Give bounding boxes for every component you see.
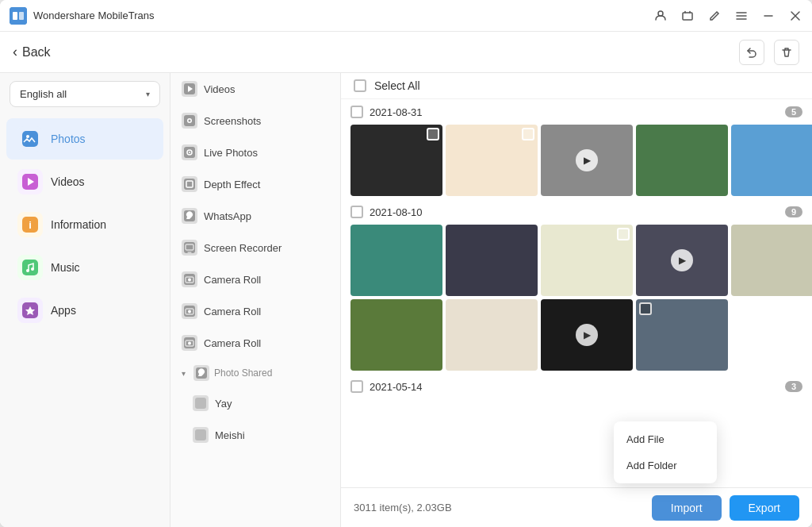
sub-item-whatsapp[interactable]: WhatsApp <box>170 200 340 232</box>
select-all-text: Select All <box>374 79 420 92</box>
photo-thumb[interactable] <box>446 225 538 296</box>
date-checkbox-2[interactable] <box>350 206 363 218</box>
photo-thumb[interactable] <box>731 225 812 296</box>
close-icon[interactable] <box>788 9 802 23</box>
sidebar-item-videos[interactable]: Videos <box>6 161 163 202</box>
sub-item-live-photos[interactable]: Live Photos <box>170 137 340 168</box>
date-checkbox-1[interactable] <box>350 106 363 118</box>
date-count-1: 5 <box>785 106 802 117</box>
select-all-checkbox[interactable] <box>354 79 366 92</box>
add-file-item[interactable]: Add File <box>614 426 717 452</box>
apps-label: Apps <box>51 304 76 317</box>
sub-camera-roll-3-icon <box>182 335 197 351</box>
play-button[interactable]: ▶ <box>671 249 693 271</box>
date-count-2: 9 <box>785 206 802 217</box>
trash-icon[interactable] <box>774 40 799 65</box>
sub-photo-shared-icon <box>193 365 209 381</box>
sidebar-item-music[interactable]: Music <box>6 247 163 288</box>
thumb-checkbox[interactable] <box>639 302 652 315</box>
photo-thumb[interactable] <box>731 125 812 196</box>
thumb-checkbox[interactable] <box>427 128 439 140</box>
svg-rect-1 <box>13 12 17 20</box>
sub-item-screen-recorder[interactable]: Screen Recorder <box>170 232 340 264</box>
svg-rect-5 <box>22 131 38 147</box>
photo-thumb[interactable] <box>636 125 728 196</box>
item-count: 3011 item(s), 2.03GB <box>354 502 452 514</box>
photo-thumb[interactable] <box>541 225 633 296</box>
sub-camera-roll-1-label: Camera Roll <box>204 274 261 286</box>
photo-thumb[interactable]: ▶ <box>541 125 633 196</box>
date-header-1: 2021-08-31 5 <box>350 106 802 118</box>
undo-icon[interactable] <box>739 40 764 65</box>
svg-point-13 <box>31 267 34 271</box>
svg-point-6 <box>26 135 29 138</box>
thumb-checkbox[interactable] <box>617 228 630 240</box>
sub-live-photos-label: Live Photos <box>204 147 258 159</box>
nav-items: Photos Videos i Information <box>0 113 170 527</box>
edit-icon[interactable] <box>707 9 722 23</box>
sub-item-camera-roll-3[interactable]: Camera Roll <box>170 327 340 359</box>
person-icon[interactable] <box>653 9 668 23</box>
sub-item-videos[interactable]: Videos <box>170 73 340 105</box>
svg-point-33 <box>188 310 191 314</box>
sub-camera-roll-2-label: Camera Roll <box>204 306 261 317</box>
sidebar-item-apps[interactable]: Apps <box>6 290 163 331</box>
photos-label: Photos <box>51 133 86 145</box>
sub-screenshots-icon <box>182 113 197 129</box>
sub-whatsapp-label: WhatsApp <box>204 210 251 222</box>
sub-photo-shared-header[interactable]: ▾ Photo Shared <box>170 359 340 387</box>
sidebar-item-information[interactable]: i Information <box>6 204 163 245</box>
back-arrow-icon: ‹ <box>13 44 17 60</box>
svg-rect-2 <box>19 12 24 20</box>
play-button[interactable]: ▶ <box>576 149 598 171</box>
sub-item-yay[interactable]: Yay <box>170 387 340 419</box>
photo-row-1: ▶ <box>350 125 802 196</box>
photo-thumb[interactable]: ▶ <box>636 225 728 296</box>
photos-icon <box>17 126 43 152</box>
sub-item-depth-effect[interactable]: Depth Effect <box>170 168 340 200</box>
date-group-1: 2021-08-31 5 ▶ <box>350 106 802 196</box>
sub-item-camera-roll-1[interactable]: Camera Roll <box>170 264 340 295</box>
back-header: ‹ Back <box>0 32 812 73</box>
sidebar-item-photos[interactable]: Photos <box>6 118 163 160</box>
bottom-buttons: Import Export <box>652 495 799 521</box>
sub-whatsapp-icon <box>182 208 197 224</box>
language-dropdown[interactable]: English all ▾ <box>10 81 160 107</box>
svg-rect-4 <box>683 13 692 20</box>
svg-point-3 <box>658 11 663 16</box>
sub-item-meishi[interactable]: Meishi <box>170 419 340 451</box>
photo-row-2: ▶ <box>350 225 802 296</box>
date-group-2: 2021-08-10 9 ▶ <box>350 206 802 371</box>
photo-thumb[interactable] <box>350 225 442 296</box>
photo-thumb[interactable] <box>636 299 728 371</box>
minimize-icon[interactable] <box>761 9 776 23</box>
back-button[interactable]: ‹ Back <box>13 44 51 60</box>
sub-photo-shared-label: Photo Shared <box>214 367 272 379</box>
svg-point-12 <box>26 269 29 272</box>
title-bar-controls <box>653 9 802 23</box>
sidebar: English all ▾ Photos Videos <box>0 73 170 527</box>
photo-thumb[interactable] <box>350 125 442 196</box>
play-button[interactable]: ▶ <box>576 324 598 346</box>
music-label: Music <box>51 261 80 274</box>
photo-thumb[interactable] <box>446 125 538 196</box>
sub-item-screenshots[interactable]: Screenshots <box>170 105 340 137</box>
photo-thumb[interactable]: ▶ <box>541 299 633 371</box>
dropdown-arrow-icon: ▾ <box>146 90 150 98</box>
import-button[interactable]: Import <box>652 495 722 521</box>
window-icon[interactable] <box>680 9 695 23</box>
photo-thumb[interactable] <box>446 299 538 371</box>
date-count-3: 3 <box>785 381 802 392</box>
menu-icon[interactable] <box>734 9 749 23</box>
thumb-checkbox[interactable] <box>522 128 534 140</box>
apps-icon <box>17 298 43 323</box>
export-button[interactable]: Export <box>730 495 799 521</box>
sub-screenshots-label: Screenshots <box>204 115 261 127</box>
photo-panel: Select All 2021-08-31 5 <box>341 73 812 527</box>
date-checkbox-3[interactable] <box>350 380 363 393</box>
photo-thumb[interactable] <box>350 299 442 371</box>
add-folder-item[interactable]: Add Folder <box>614 452 717 479</box>
title-bar-left: Wondershare MobileTrans <box>10 7 154 25</box>
select-bar: Select All <box>341 73 812 99</box>
sub-item-camera-roll-2[interactable]: Camera Roll <box>170 295 340 327</box>
